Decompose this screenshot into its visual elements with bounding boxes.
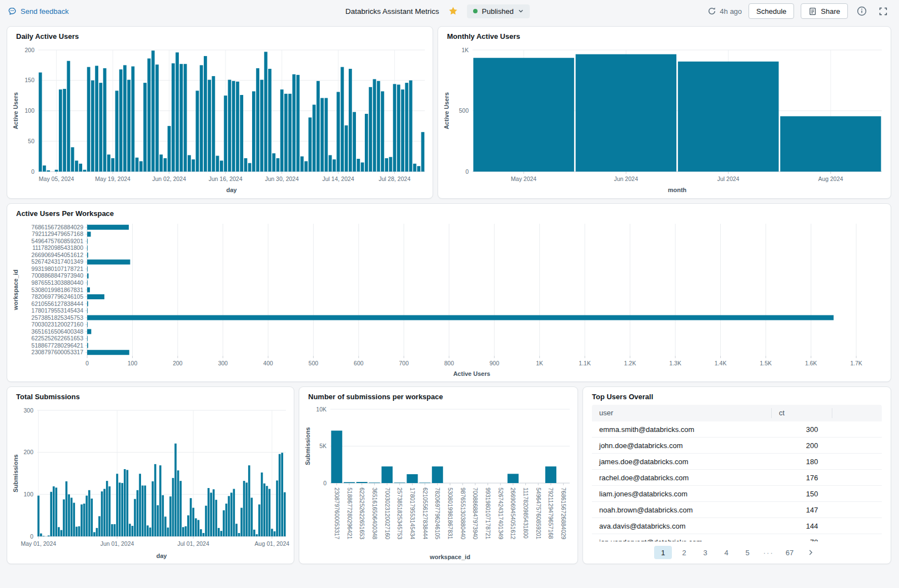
svg-text:1780179553145434: 1780179553145434 — [409, 488, 416, 540]
svg-text:workspace_id: workspace_id — [429, 554, 470, 560]
user-cell: liam.jones@databricks.com — [592, 490, 772, 498]
svg-text:1.5K: 1.5K — [760, 360, 772, 366]
chart-title: Total Submissions — [16, 393, 80, 401]
svg-text:May 2024: May 2024 — [511, 175, 536, 182]
table-row: liam.jones@databricks.com150 — [592, 486, 882, 502]
svg-text:6225252622651653: 6225252622651653 — [32, 335, 84, 341]
info-icon[interactable] — [855, 4, 869, 18]
table-row: john.doe@databricks.com200 — [592, 438, 882, 454]
svg-text:3651616506400348: 3651616506400348 — [32, 328, 84, 335]
share-file-icon — [808, 7, 817, 16]
svg-text:1117820985431800: 1117820985431800 — [32, 244, 83, 251]
svg-text:5188677280296421: 5188677280296421 — [346, 488, 353, 540]
svg-text:Active Users: Active Users — [443, 92, 450, 129]
favorite-star-icon[interactable] — [448, 6, 458, 16]
svg-text:Jul 28, 2024: Jul 28, 2024 — [379, 175, 410, 182]
column-header-ct[interactable]: ct — [772, 408, 833, 418]
user-cell: ava.davis@databricks.com — [592, 522, 772, 530]
svg-text:700: 700 — [399, 360, 409, 366]
last-refreshed-label: 4h ago — [720, 7, 742, 16]
svg-text:Jun 02, 2024: Jun 02, 2024 — [152, 175, 186, 182]
svg-text:1.3K: 1.3K — [669, 360, 681, 366]
svg-text:0: 0 — [30, 533, 33, 540]
svg-text:2573851825345753: 2573851825345753 — [32, 314, 84, 321]
svg-text:5496475760859201: 5496475760859201 — [535, 488, 542, 540]
svg-text:0: 0 — [86, 360, 89, 366]
active-users-per-workspace-card: Active Users Per Workspace 0100200300400… — [7, 203, 891, 382]
svg-text:150: 150 — [24, 77, 34, 83]
publish-status-dropdown[interactable]: Published — [467, 4, 530, 18]
svg-text:50: 50 — [28, 138, 34, 144]
svg-text:Submissions: Submissions — [12, 454, 19, 492]
svg-text:Aug 01, 2024: Aug 01, 2024 — [255, 540, 290, 547]
svg-text:9931980107178721: 9931980107178721 — [485, 488, 491, 540]
refresh-icon — [707, 7, 716, 16]
ct-cell: 176 — [772, 474, 833, 482]
svg-text:1.2K: 1.2K — [624, 360, 636, 366]
svg-text:May 19, 2024: May 19, 2024 — [95, 175, 130, 182]
page-button-2[interactable]: 2 — [675, 546, 693, 559]
column-header-user[interactable]: user — [592, 408, 772, 418]
svg-text:6210556127838444: 6210556127838444 — [32, 300, 84, 307]
svg-text:500: 500 — [309, 360, 319, 366]
chevron-down-icon — [518, 8, 524, 14]
refresh-control[interactable]: 4h ago — [707, 7, 742, 16]
svg-text:9931980107178721: 9931980107178721 — [32, 265, 84, 272]
svg-text:2308797600053317: 2308797600053317 — [32, 349, 84, 355]
svg-text:1780179553145434: 1780179553145434 — [32, 307, 84, 314]
svg-text:7820697796246105: 7820697796246105 — [434, 488, 441, 540]
page-title: Databricks Assistant Metrics — [345, 7, 439, 16]
chart-title: Daily Active Users — [16, 32, 79, 41]
svg-text:7003023120027160: 7003023120027160 — [384, 488, 391, 540]
published-dot — [473, 9, 478, 13]
svg-text:0: 0 — [31, 168, 34, 175]
svg-text:900: 900 — [489, 360, 499, 366]
user-cell: john.doe@databricks.com — [592, 441, 772, 450]
svg-text:9876551303880440: 9876551303880440 — [32, 279, 84, 286]
svg-text:200: 200 — [173, 360, 183, 366]
ct-cell: 147 — [772, 506, 833, 514]
publish-status-label: Published — [482, 7, 514, 16]
svg-text:1.4K: 1.4K — [715, 360, 727, 366]
table-title: Top Users Overall — [592, 393, 653, 401]
svg-text:200: 200 — [23, 449, 33, 455]
ct-cell: 144 — [772, 522, 833, 530]
share-button[interactable]: Share — [801, 3, 848, 19]
svg-text:500: 500 — [459, 107, 469, 114]
share-button-label: Share — [821, 7, 840, 16]
ct-cell: 200 — [772, 441, 833, 450]
svg-text:600: 600 — [354, 360, 364, 366]
table-row: james.doe@databricks.com180 — [592, 454, 882, 470]
svg-text:3651616506400348: 3651616506400348 — [371, 488, 378, 540]
svg-text:0: 0 — [323, 480, 327, 486]
total-submissions-chart: May 01, 2024Jun 01, 2024Jul 01, 2024Aug … — [12, 404, 290, 561]
page-button-3[interactable]: 3 — [696, 546, 714, 559]
user-cell: rachel.doe@databricks.com — [592, 474, 772, 482]
svg-text:2573851825345753: 2573851825345753 — [396, 488, 403, 540]
page-button-5[interactable]: 5 — [739, 546, 756, 559]
svg-text:7921129479657168: 7921129479657168 — [32, 230, 83, 237]
send-feedback-label: Send feedback — [21, 7, 69, 16]
svg-text:Aug 2024: Aug 2024 — [818, 175, 843, 182]
send-feedback-link[interactable]: Send feedback — [8, 0, 69, 22]
svg-text:workspace_id: workspace_id — [12, 270, 19, 311]
svg-text:Active Users: Active Users — [453, 370, 490, 377]
svg-text:5K: 5K — [319, 443, 327, 449]
svg-text:2669069454051612: 2669069454051612 — [510, 488, 516, 540]
svg-text:1.6K: 1.6K — [805, 360, 817, 366]
ct-cell: 180 — [772, 458, 833, 466]
page-button-4[interactable]: 4 — [717, 546, 735, 559]
schedule-button[interactable]: Schedule — [749, 3, 794, 19]
svg-text:200: 200 — [24, 47, 34, 53]
page-button-1[interactable]: 1 — [654, 546, 672, 559]
svg-text:day: day — [157, 552, 168, 559]
ct-cell: 150 — [772, 490, 833, 498]
svg-text:7686156726884029: 7686156726884029 — [560, 488, 567, 540]
table-row: emma.smith@databricks.com300 — [592, 421, 882, 438]
feedback-bubble-icon — [8, 7, 17, 16]
fullscreen-icon[interactable] — [876, 4, 890, 18]
svg-text:800: 800 — [444, 360, 454, 366]
total-submissions-card: Total Submissions May 01, 2024Jun 01, 20… — [7, 386, 294, 564]
page-button-67[interactable]: 67 — [781, 546, 798, 559]
next-page-button[interactable] — [802, 546, 820, 559]
